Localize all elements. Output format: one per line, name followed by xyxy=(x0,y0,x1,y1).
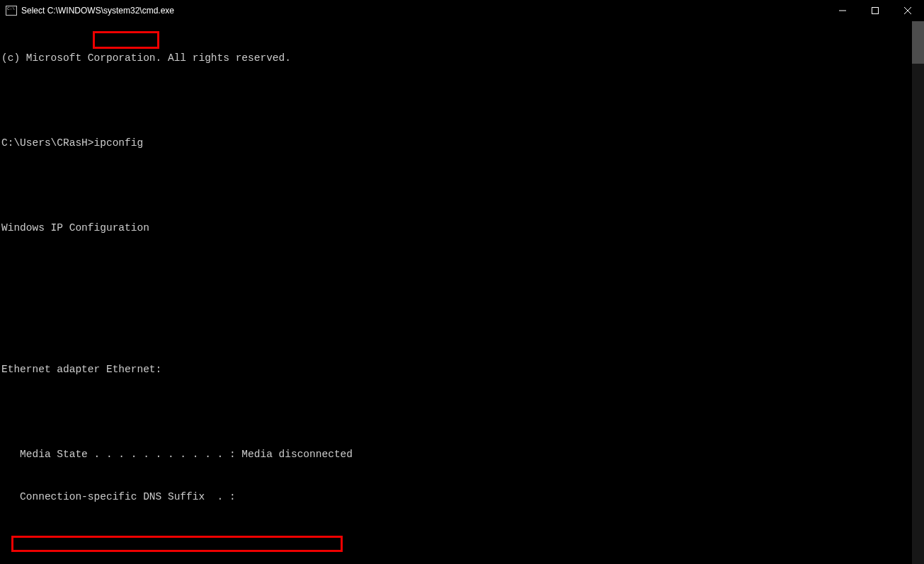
blank-line xyxy=(0,178,924,192)
svg-rect-1 xyxy=(872,7,879,13)
copyright-line: (c) Microsoft Corporation. All rights re… xyxy=(0,51,924,65)
close-button[interactable] xyxy=(891,0,924,21)
prompt-line: C:\Users\CRasH>ipconfig xyxy=(0,136,924,150)
maximize-icon xyxy=(872,7,879,14)
blank-line xyxy=(0,263,924,277)
blank-line xyxy=(0,306,924,320)
prompt-path: C:\Users\CRasH> xyxy=(1,137,94,149)
blank-line xyxy=(0,405,924,419)
ethernet-title: Ethernet adapter Ethernet: xyxy=(0,362,924,376)
terminal-output[interactable]: (c) Microsoft Corporation. All rights re… xyxy=(0,21,924,564)
minimize-button[interactable] xyxy=(826,0,859,21)
maximize-button[interactable] xyxy=(859,0,891,21)
blank-line xyxy=(0,532,924,546)
close-icon xyxy=(904,7,911,14)
blank-line xyxy=(0,93,924,108)
scrollbar-track[interactable] xyxy=(912,21,924,564)
ethernet-media-state: Media State . . . . . . . . . . . : Medi… xyxy=(0,447,924,461)
cmd-icon xyxy=(6,6,17,16)
ethernet-dns-suffix: Connection-specific DNS Suffix . : xyxy=(0,490,924,504)
window-controls xyxy=(826,0,924,21)
titlebar[interactable]: Select C:\WINDOWS\system32\cmd.exe xyxy=(0,0,924,21)
titlebar-left: Select C:\WINDOWS\system32\cmd.exe xyxy=(0,6,174,16)
ipconfig-header: Windows IP Configuration xyxy=(0,221,924,235)
scrollbar-thumb[interactable] xyxy=(912,21,924,64)
command-text: ipconfig xyxy=(94,137,144,149)
window-title: Select C:\WINDOWS\system32\cmd.exe xyxy=(21,6,174,16)
minimize-icon xyxy=(839,7,846,14)
